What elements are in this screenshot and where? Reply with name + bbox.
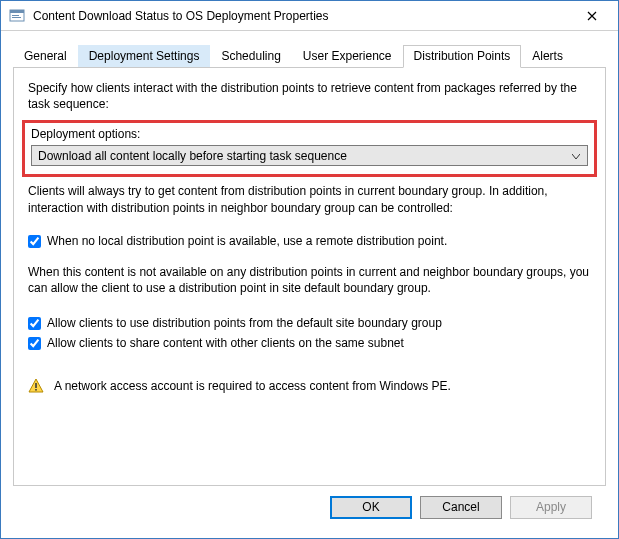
properties-dialog: Content Download Status to OS Deployment… xyxy=(0,0,619,539)
warning-text: A network access account is required to … xyxy=(54,379,451,393)
tab-strip: General Deployment Settings Scheduling U… xyxy=(13,45,606,68)
chevron-down-icon xyxy=(569,149,583,163)
tab-distribution-points[interactable]: Distribution Points xyxy=(403,45,522,68)
boundary-note: Clients will always try to get content f… xyxy=(28,183,591,215)
svg-rect-4 xyxy=(35,383,37,388)
checkbox-default-site[interactable]: Allow clients to use distribution points… xyxy=(28,316,591,330)
tab-alerts[interactable]: Alerts xyxy=(521,45,574,67)
dialog-content: General Deployment Settings Scheduling U… xyxy=(1,31,618,538)
tab-panel-distribution-points: Specify how clients interact with the di… xyxy=(13,68,606,486)
close-icon xyxy=(587,11,597,21)
checkbox-default-site-label: Allow clients to use distribution points… xyxy=(47,316,442,330)
tab-user-experience[interactable]: User Experience xyxy=(292,45,403,67)
checkbox-share-subnet-label: Allow clients to share content with othe… xyxy=(47,336,404,350)
tab-scheduling[interactable]: Scheduling xyxy=(210,45,291,67)
intro-text: Specify how clients interact with the di… xyxy=(28,80,591,112)
cancel-button[interactable]: Cancel xyxy=(420,496,502,519)
close-button[interactable] xyxy=(572,2,612,30)
dialog-footer: OK Cancel Apply xyxy=(13,486,606,528)
deployment-options-dropdown[interactable]: Download all content locally before star… xyxy=(31,145,588,166)
window-title: Content Download Status to OS Deployment… xyxy=(33,9,572,23)
svg-rect-1 xyxy=(10,10,24,13)
checkbox-default-site-input[interactable] xyxy=(28,317,41,330)
checkbox-remote-dp-label: When no local distribution point is avai… xyxy=(47,234,447,248)
checkbox-share-subnet-input[interactable] xyxy=(28,337,41,350)
checkbox-remote-dp[interactable]: When no local distribution point is avai… xyxy=(28,234,591,248)
fallback-note: When this content is not available on an… xyxy=(28,264,591,296)
deployment-options-value: Download all content locally before star… xyxy=(38,149,569,163)
titlebar: Content Download Status to OS Deployment… xyxy=(1,1,618,31)
svg-rect-2 xyxy=(12,15,19,16)
deployment-options-label: Deployment options: xyxy=(31,127,588,141)
deployment-options-highlight: Deployment options: Download all content… xyxy=(22,120,597,177)
svg-rect-5 xyxy=(35,389,37,391)
svg-rect-3 xyxy=(12,17,21,18)
tab-deployment-settings[interactable]: Deployment Settings xyxy=(78,45,211,67)
apply-button[interactable]: Apply xyxy=(510,496,592,519)
checkbox-remote-dp-input[interactable] xyxy=(28,235,41,248)
warning-icon xyxy=(28,378,44,394)
app-icon xyxy=(9,8,25,24)
ok-button[interactable]: OK xyxy=(330,496,412,519)
checkbox-share-subnet[interactable]: Allow clients to share content with othe… xyxy=(28,336,591,350)
warning-row: A network access account is required to … xyxy=(28,378,591,394)
tab-general[interactable]: General xyxy=(13,45,78,67)
